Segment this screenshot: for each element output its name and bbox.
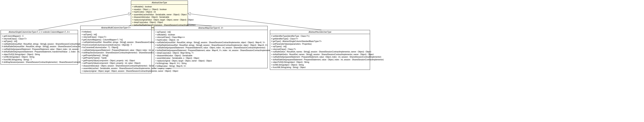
operation-line: + replace(originalValue : Object, target… bbox=[132, 19, 186, 21]
class-abstract-heuristic-user-type: AbstractHeuristicUserType # setIdentifie… bbox=[270, 30, 370, 70]
operation-line: + deepCopy(value : Object) : Object bbox=[132, 21, 186, 24]
operation-line: # getType() : AbstractSingleColumnStanda… bbox=[271, 40, 369, 43]
operation-line: + toXMLString(object : Object) : String bbox=[271, 64, 369, 66]
operation-line: + isMutable() : boolean bbox=[155, 33, 266, 36]
operation-line: + nullSafeGet(resultSet : ResultSet, str… bbox=[155, 41, 266, 44]
operation-line: + getPropertyTypes() : Type[] bbox=[82, 57, 150, 59]
operation-line: + objectToSQLString(object : Object) : S… bbox=[2, 53, 77, 56]
operation-line: + hashCode(x : Object) : int bbox=[132, 11, 186, 13]
operation-line: + returnedClass() : Class<Map<>> bbox=[155, 36, 266, 39]
class-name: AbstractSingleColumnUserType<T, J, C ext… bbox=[1, 30, 78, 34]
class-abstract-multi-column-user-type: AbstractMultiColumnUserType<T> # initial… bbox=[80, 26, 152, 73]
class-name: AbstractUserType bbox=[131, 1, 188, 5]
operation-line: + doNullSafeGet(rs : ResultSet, names : … bbox=[271, 53, 369, 56]
class-name: AbstractMultiColumnUserType<T> bbox=[80, 26, 151, 30]
operation-line: + sqlTypes() : int[] bbox=[2, 40, 77, 43]
operation-line: + hashCode(x : Object) : int bbox=[155, 39, 266, 41]
operation-line: + sqlTypes() : int[] bbox=[82, 33, 150, 36]
operation-line: + getPropertyNames() : String[] bbox=[82, 54, 150, 57]
class-operations: + sqlTypes() : int[]+ isMutable() : bool… bbox=[154, 30, 268, 68]
operation-line: + disassemble(value : Object) : Serializ… bbox=[132, 16, 186, 19]
operation-line: + fromXMLString(string : String) : T bbox=[2, 58, 77, 61]
operation-line: + returnedClass() : Class<T> bbox=[2, 37, 77, 40]
operation-line: + sqlTypes() : int[] bbox=[155, 31, 266, 33]
operation-line: + replace(original : Object, target : Ob… bbox=[155, 59, 266, 62]
operation-line: + deepCopy(value : Object) : Map<String,… bbox=[155, 52, 266, 54]
operation-line: + assemble(cached : Serializable, sessio… bbox=[82, 67, 150, 70]
class-name: AbstractHeuristicUserType bbox=[270, 30, 370, 34]
operation-line: + assemble(value : Serializable, o : Obj… bbox=[155, 57, 266, 59]
class-operations: + getColumnMapper() : C+ returnedClass()… bbox=[1, 34, 78, 64]
operation-line: # initialise() bbox=[82, 31, 150, 33]
operation-line: + nullSafeSet(preparedStatement : Prepar… bbox=[155, 46, 266, 49]
operation-line: + replace(original : Object, target : Ob… bbox=[82, 70, 150, 73]
operation-line: + assemble(cachedValue : Serializable, o… bbox=[132, 13, 186, 16]
operation-line: + toXMLString(object : Object) : String bbox=[2, 56, 77, 58]
operation-line: # doWrapSession(session : SharedSessionC… bbox=[2, 61, 77, 64]
operation-line: # doNullSafeSet(preparedStatement : Prep… bbox=[155, 49, 266, 52]
operation-line: # getIdentifierType() : Class<?> bbox=[271, 37, 369, 40]
operation-line: + equals(x : Object, y : Object) : boole… bbox=[132, 8, 186, 11]
operation-line: + nullSafeSet(preparedStatement : Prepar… bbox=[271, 56, 369, 58]
operation-line: + setPropertyValue(component : Object, p… bbox=[82, 62, 150, 65]
operation-line: # fromConvertedColumns(convertedColumns … bbox=[82, 44, 150, 46]
operation-line: + fromXMLString(string : String) : Objec… bbox=[271, 66, 369, 69]
operation-line: + nullSafeGet(resultSet : ResultSet, str… bbox=[82, 41, 150, 44]
class-abstract-user-type: AbstractUserType + isMutable() : boolean… bbox=[131, 1, 188, 30]
operation-line: + setParameterValues(parameters : Proper… bbox=[271, 43, 369, 45]
operation-line: # doNullSafeGet(resultSet : ResultSet, s… bbox=[155, 44, 266, 47]
operation-line: # setIdentifierType(identifierType : Cla… bbox=[271, 35, 369, 37]
class-abstract-single-column-user-type: AbstractSingleColumnUserType<T, J, C ext… bbox=[0, 30, 78, 65]
operation-line: + getColumnMapper() : C bbox=[2, 35, 77, 37]
operation-line: # toConvertedColumns(value : T) : Object… bbox=[82, 46, 150, 49]
operation-line: + nullSafeSet(preparedStatement : Prepar… bbox=[2, 48, 77, 51]
operation-line: + disassemble(value : Object) : Serializ… bbox=[155, 54, 266, 57]
operation-line: + isMutable() : boolean bbox=[132, 6, 186, 8]
class-abstract-map-user-type: AbstractMapUserType<K, V> + sqlTypes() :… bbox=[154, 26, 268, 68]
class-operations: # initialise()+ sqlTypes() : int[]+ retu… bbox=[80, 30, 151, 73]
operation-line: + nullSafeGet(resultSet : ResultSet, str… bbox=[2, 43, 77, 45]
operation-line: + returnedClass() : Class<?> bbox=[271, 48, 369, 51]
operation-line: + doNullSafeSet(preparedStatement : Prep… bbox=[271, 58, 369, 61]
operation-line: # doNullSafeGet(resultSet : ResultSet, s… bbox=[2, 45, 77, 48]
operation-line: + nullSafeGet(rs : ResultSet, names : St… bbox=[271, 50, 369, 53]
operation-line: + nullSafeSet(preparedStatement : Prepar… bbox=[82, 49, 150, 52]
operation-line: + sqlTypes() : int[] bbox=[271, 45, 369, 48]
operation-line: + disassemble(value : Object, session : … bbox=[82, 65, 150, 67]
class-operations: # setIdentifierType(identifierType : Cla… bbox=[270, 34, 370, 70]
operation-line: # getColumnMappers() : ColumnMapper<?, ?… bbox=[82, 38, 150, 41]
operation-line: + getPropertyValue(component : Object, p… bbox=[82, 59, 150, 62]
operation-line: + returnedClass() : Class<T> bbox=[82, 36, 150, 38]
operation-line: # doNullSafeSet(preparedStatement : Prep… bbox=[2, 50, 77, 53]
operation-line: # toString(map : Map<K, V>) : String bbox=[155, 62, 266, 65]
class-name: AbstractMapUserType<K, V> bbox=[154, 26, 268, 30]
operation-line: # toMap(value : String) : Map<K, V> bbox=[155, 65, 266, 68]
operation-line: + objectToSQLString(object : Object) : S… bbox=[271, 61, 369, 64]
operation-line: # doWrapSession(session : SharedSessionC… bbox=[82, 51, 150, 54]
